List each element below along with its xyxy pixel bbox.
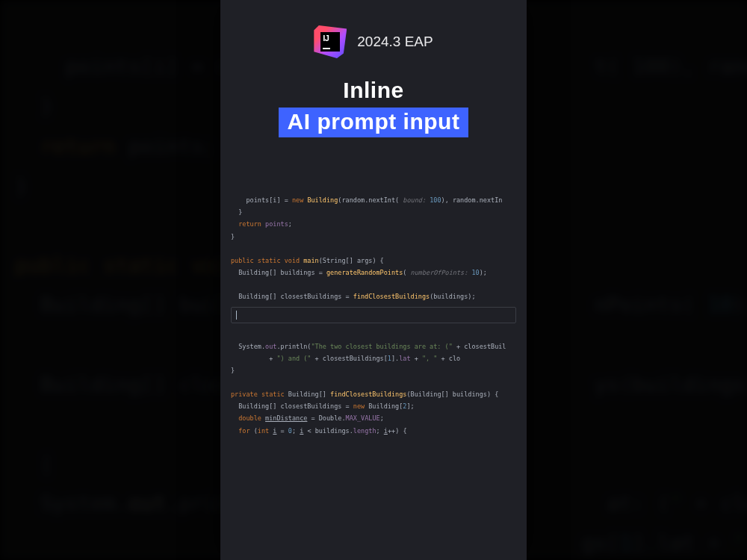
text-caret-icon xyxy=(236,311,237,320)
header-row: IJ 2024.3 EAP xyxy=(220,0,527,58)
feature-headline: Inline AI prompt input xyxy=(220,78,527,137)
code-line: points[i] = new Building(random.nextInt(… xyxy=(231,196,502,204)
code-line: Building[] closestBuildings = findCloses… xyxy=(231,293,476,300)
intellij-logo-icon: IJ xyxy=(314,25,347,58)
headline-highlight: AI prompt input xyxy=(279,108,469,137)
code-line: public static void main(String[] args) { xyxy=(231,257,384,264)
inline-ai-prompt-input[interactable] xyxy=(231,307,516,323)
code-line xyxy=(231,281,235,288)
code-line: return points; xyxy=(231,220,292,228)
code-line: double minDistance = Double.MAX_VALUE; xyxy=(231,414,384,422)
feature-showcase-panel: IJ 2024.3 EAP Inline AI prompt input poi… xyxy=(220,0,527,560)
version-label: 2024.3 EAP xyxy=(357,34,433,50)
code-line: + ") and (" + closestBuildings[1].lat + … xyxy=(231,355,460,362)
logo-letters: IJ xyxy=(323,34,338,43)
code-line: for (int i = 0; i < buildings.length; i+… xyxy=(231,427,407,435)
headline-line1: Inline xyxy=(220,78,527,103)
code-line: private static Building[] findClosestBui… xyxy=(231,391,498,398)
code-editor-preview: points[i] = new Building(random.nextInt(… xyxy=(220,182,527,449)
code-line: } xyxy=(231,233,235,240)
code-line: Building[] buildings = generateRandomPoi… xyxy=(231,269,487,276)
code-line: System.out.println("The two closest buil… xyxy=(231,343,506,350)
code-line: } xyxy=(231,208,242,216)
code-line: Building[] closestBuildings = new Buildi… xyxy=(231,402,415,410)
code-line: } xyxy=(231,367,235,374)
code-line xyxy=(231,379,235,386)
code-line xyxy=(231,245,235,252)
